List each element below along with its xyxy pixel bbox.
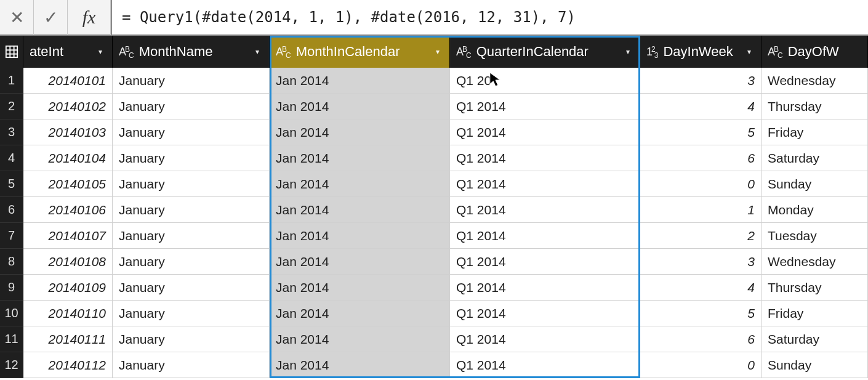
- cell-monthname[interactable]: January: [113, 197, 270, 223]
- column-header-dateint[interactable]: ateInt ▾: [23, 36, 113, 68]
- cell-dateint[interactable]: 20140110: [23, 301, 113, 326]
- row-number[interactable]: 7: [0, 223, 23, 249]
- cell-dateint[interactable]: 20140108: [23, 249, 113, 275]
- cell-monthname[interactable]: January: [113, 326, 270, 352]
- cell-dayinweek[interactable]: 5: [640, 119, 762, 145]
- cell-monthincalendar[interactable]: Jan 2014: [270, 352, 450, 378]
- cell-monthname[interactable]: January: [113, 249, 270, 275]
- cell-monthincalendar[interactable]: Jan 2014: [270, 68, 450, 94]
- cell-monthincalendar[interactable]: Jan 2014: [270, 197, 450, 223]
- cell-monthname[interactable]: January: [113, 223, 270, 249]
- cell-monthincalendar[interactable]: Jan 2014: [270, 145, 450, 171]
- cell-dateint[interactable]: 20140107: [23, 223, 113, 249]
- row-number[interactable]: 5: [0, 171, 23, 197]
- cell-monthname[interactable]: January: [113, 145, 270, 171]
- cell-quarterincalendar[interactable]: Q1 2014: [450, 275, 640, 301]
- cell-dayinweek[interactable]: 3: [640, 68, 762, 94]
- table-corner-button[interactable]: [0, 36, 23, 68]
- cell-monthincalendar[interactable]: Jan 2014: [270, 249, 450, 275]
- column-header-dayofweek[interactable]: ABC DayOfW: [762, 36, 868, 68]
- row-number[interactable]: 1: [0, 68, 23, 94]
- cell-monthincalendar[interactable]: Jan 2014: [270, 94, 450, 119]
- cell-quarterincalendar[interactable]: Q1 2014: [450, 119, 640, 145]
- cell-dateint[interactable]: 20140109: [23, 275, 113, 301]
- cell-monthincalendar[interactable]: Jan 2014: [270, 223, 450, 249]
- row-number[interactable]: 12: [0, 352, 23, 378]
- fx-button[interactable]: fx: [68, 0, 111, 35]
- cell-quarterincalendar[interactable]: Q1 2014: [450, 249, 640, 275]
- cell-monthincalendar[interactable]: Jan 2014: [270, 275, 450, 301]
- cell-quarterincalendar[interactable]: Q1 20: [450, 68, 640, 94]
- cell-dayofweek[interactable]: Thursday: [762, 94, 868, 119]
- cell-dayofweek[interactable]: Friday: [762, 119, 868, 145]
- cell-monthincalendar[interactable]: Jan 2014: [270, 326, 450, 352]
- cell-dayinweek[interactable]: 6: [640, 145, 762, 171]
- cell-quarterincalendar[interactable]: Q1 2014: [450, 171, 640, 197]
- cell-dayofweek[interactable]: Tuesday: [762, 223, 868, 249]
- filter-icon[interactable]: ▾: [742, 45, 756, 59]
- cell-monthname[interactable]: January: [113, 352, 270, 378]
- row-number[interactable]: 8: [0, 249, 23, 275]
- cell-dateint[interactable]: 20140111: [23, 326, 113, 352]
- cell-dayofweek[interactable]: Thursday: [762, 275, 868, 301]
- cell-dayinweek[interactable]: 4: [640, 275, 762, 301]
- cell-monthname[interactable]: January: [113, 171, 270, 197]
- cell-monthincalendar[interactable]: Jan 2014: [270, 301, 450, 326]
- cell-quarterincalendar[interactable]: Q1 2014: [450, 352, 640, 378]
- cell-dayinweek[interactable]: 3: [640, 249, 762, 275]
- cell-monthname[interactable]: January: [113, 68, 270, 94]
- cell-monthname[interactable]: January: [113, 119, 270, 145]
- filter-icon[interactable]: ▾: [94, 45, 107, 59]
- cell-dayofweek[interactable]: Friday: [762, 301, 868, 326]
- cell-dayinweek[interactable]: 1: [640, 197, 762, 223]
- cell-quarterincalendar[interactable]: Q1 2014: [450, 223, 640, 249]
- row-number[interactable]: 3: [0, 119, 23, 145]
- cell-monthincalendar[interactable]: Jan 2014: [270, 119, 450, 145]
- cell-dateint[interactable]: 20140106: [23, 197, 113, 223]
- cell-dayofweek[interactable]: Saturday: [762, 145, 868, 171]
- column-header-quarterincalendar[interactable]: ABC QuarterInCalendar ▾: [450, 36, 640, 68]
- row-number[interactable]: 9: [0, 275, 23, 301]
- filter-icon[interactable]: ▾: [431, 45, 444, 59]
- cell-dayinweek[interactable]: 6: [640, 326, 762, 352]
- cell-dateint[interactable]: 20140102: [23, 94, 113, 119]
- cell-dayinweek[interactable]: 4: [640, 94, 762, 119]
- cell-quarterincalendar[interactable]: Q1 2014: [450, 145, 640, 171]
- cell-dayinweek[interactable]: 2: [640, 223, 762, 249]
- cell-dayofweek[interactable]: Saturday: [762, 326, 868, 352]
- cancel-button[interactable]: ✕: [0, 0, 34, 35]
- formula-input[interactable]: = Query1(#date(2014, 1, 1), #date(2016, …: [111, 0, 868, 34]
- cell-dateint[interactable]: 20140105: [23, 171, 113, 197]
- cell-quarterincalendar[interactable]: Q1 2014: [450, 94, 640, 119]
- cell-dayofweek[interactable]: Wednesday: [762, 68, 868, 94]
- cell-dayinweek[interactable]: 0: [640, 171, 762, 197]
- column-header-dayinweek[interactable]: 123 DayInWeek ▾: [640, 36, 762, 68]
- row-number[interactable]: 4: [0, 145, 23, 171]
- cell-dayofweek[interactable]: Sunday: [762, 352, 868, 378]
- filter-icon[interactable]: ▾: [251, 45, 264, 59]
- cell-monthname[interactable]: January: [113, 275, 270, 301]
- cell-dateint[interactable]: 20140103: [23, 119, 113, 145]
- cell-dayinweek[interactable]: 0: [640, 352, 762, 378]
- cell-quarterincalendar[interactable]: Q1 2014: [450, 197, 640, 223]
- confirm-button[interactable]: ✓: [34, 0, 68, 35]
- column-header-monthincalendar[interactable]: ABC MonthInCalendar ▾: [270, 36, 450, 68]
- cell-monthincalendar[interactable]: Jan 2014: [270, 171, 450, 197]
- cell-quarterincalendar[interactable]: Q1 2014: [450, 326, 640, 352]
- cell-dateint[interactable]: 20140101: [23, 68, 113, 94]
- cell-dayofweek[interactable]: Wednesday: [762, 249, 868, 275]
- cell-dayofweek[interactable]: Sunday: [762, 171, 868, 197]
- cell-dateint[interactable]: 20140112: [23, 352, 113, 378]
- cell-quarterincalendar[interactable]: Q1 2014: [450, 301, 640, 326]
- row-number[interactable]: 2: [0, 94, 23, 119]
- cell-dayinweek[interactable]: 5: [640, 301, 762, 326]
- column-header-monthname[interactable]: ABC MonthName ▾: [113, 36, 270, 68]
- cell-dateint[interactable]: 20140104: [23, 145, 113, 171]
- row-number[interactable]: 11: [0, 326, 23, 352]
- filter-icon[interactable]: ▾: [621, 45, 635, 59]
- row-number[interactable]: 6: [0, 197, 23, 223]
- cell-monthname[interactable]: January: [113, 94, 270, 119]
- row-number[interactable]: 10: [0, 301, 23, 326]
- cell-monthname[interactable]: January: [113, 301, 270, 326]
- cell-dayofweek[interactable]: Monday: [762, 197, 868, 223]
